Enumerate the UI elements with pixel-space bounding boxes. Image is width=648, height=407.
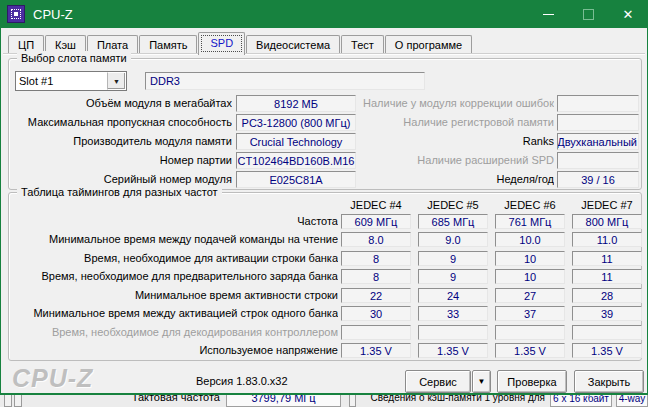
tab-bench[interactable]: Тест	[341, 35, 384, 55]
titlebar: CPU-Z ✕	[0, 0, 648, 28]
tras-cell: 27	[495, 288, 565, 303]
tras-cell: 28	[572, 288, 642, 303]
tras-row-label: Минимальное время активности строки	[9, 288, 338, 303]
background-window-edge	[349, 395, 356, 407]
version-text: Версия 1.83.0.x32	[196, 375, 288, 387]
ecc-label: Наличие у модуля коррекции ошибок	[304, 95, 554, 112]
service-button[interactable]: Сервис	[405, 370, 471, 393]
l1-cache-label: Сведения о кэш-памяти 1 уровня для данны…	[360, 395, 545, 407]
trc-row-label: Минимальное время между активацией строк…	[9, 306, 338, 321]
ras-precharge-cell: 11	[572, 269, 642, 284]
background-window-strip: Тактовая частота 3799,79 МГц Сведения о …	[0, 395, 648, 407]
cas-latency-row-label: Минимальное время между подачей команды …	[9, 232, 338, 247]
command-rate-cell	[495, 325, 565, 340]
frequency-cell: 761 МГц	[495, 214, 565, 229]
column-header-jedec7: JEDEC #7	[572, 199, 642, 211]
service-dropdown-button[interactable]: ▼	[472, 370, 491, 393]
ras-to-cas-cell: 8	[341, 251, 411, 266]
ecc-field	[557, 95, 639, 112]
column-header-jedec5: JEDEC #5	[418, 199, 488, 211]
tab-spd[interactable]: SPD	[198, 32, 245, 55]
ras-precharge-cell: 9	[418, 269, 488, 284]
cas-latency-cell: 10.0	[495, 232, 565, 247]
background-window-edge	[14, 395, 22, 407]
slot-select[interactable]: Slot #1 ▼	[15, 71, 127, 91]
chevron-down-icon: ▼	[478, 377, 486, 386]
tras-cell: 24	[418, 288, 488, 303]
cas-latency-cell: 9.0	[418, 232, 488, 247]
ranks-label: Ranks	[304, 133, 554, 150]
trc-cell: 37	[495, 306, 565, 321]
command-rate-cell	[341, 325, 411, 340]
column-header-jedec4: JEDEC #4	[341, 199, 411, 211]
l1-cache-size-field: 6 x 16 кбайт	[550, 395, 612, 407]
ras-to-cas-cell: 9	[418, 251, 488, 266]
cas-latency-cell: 8.0	[341, 232, 411, 247]
voltage-cell: 1.35 V	[418, 343, 488, 358]
voltage-cell: 1.35 V	[495, 343, 565, 358]
max-bandwidth-label: Максимальная пропускная способность	[9, 114, 232, 131]
cpuz-window: CPU-Z ✕ ЦП Кэш Плата Память SPD Видеосис…	[0, 0, 648, 395]
close-window-button[interactable]: ✕	[608, 0, 648, 28]
trc-cell: 39	[572, 306, 642, 321]
frequency-row-label: Частота	[9, 214, 338, 229]
frequency-cell: 800 МГц	[572, 214, 642, 229]
ras-precharge-cell: 8	[341, 269, 411, 284]
tab-graphics[interactable]: Видеосистема	[246, 35, 340, 55]
manufacturer-label: Производитель модуля памяти	[9, 133, 232, 150]
ranks-field: Двухканальный	[557, 133, 639, 150]
part-number-label: Номер партии	[9, 152, 232, 169]
maximize-icon	[583, 9, 594, 20]
ras-to-cas-cell: 11	[572, 251, 642, 266]
frequency-cell: 685 МГц	[418, 214, 488, 229]
tras-cell: 22	[341, 288, 411, 303]
voltage-cell: 1.35 V	[341, 343, 411, 358]
spd-extension-label: Наличие расширений SPD	[304, 152, 554, 169]
ras-precharge-row-label: Время, необходимое для предварительного …	[9, 269, 338, 284]
clock-frequency-label: Тактовая частота	[95, 395, 220, 407]
memory-slot-group: Выбор слота памяти Slot #1 ▼ DDR3 Объём …	[8, 58, 642, 190]
ras-precharge-cell: 10	[495, 269, 565, 284]
registered-field	[557, 114, 639, 131]
voltage-row-label: Используемое напряжение	[9, 343, 338, 358]
command-rate-row-label: Время, необходимое для декодирования кон…	[9, 325, 338, 340]
clock-frequency-field: 3799,79 МГц	[226, 395, 341, 407]
ras-to-cas-row-label: Время, необходимое для активации строки …	[9, 251, 338, 266]
tab-about[interactable]: О программе	[385, 35, 472, 55]
registered-label: Наличие регистровой памяти	[304, 114, 554, 131]
l1-cache-assoc-field: 4-way	[616, 395, 648, 407]
minimize-button[interactable]	[528, 0, 568, 28]
slot-select-value: Slot #1	[16, 72, 107, 90]
module-size-label: Объём модуля в мегабайтах	[9, 95, 232, 112]
voltage-cell: 1.35 V	[572, 343, 642, 358]
chevron-down-icon[interactable]: ▼	[107, 72, 126, 90]
close-button[interactable]: Закрыть	[574, 370, 644, 393]
memory-slot-group-title: Выбор слота памяти	[17, 51, 131, 65]
background-window-edge	[4, 395, 12, 407]
minimize-icon	[543, 14, 554, 15]
frequency-cell: 609 МГц	[341, 214, 411, 229]
validate-button[interactable]: Проверка	[497, 370, 567, 393]
ras-to-cas-cell: 10	[495, 251, 565, 266]
trc-cell: 30	[341, 306, 411, 321]
maximize-button[interactable]	[568, 0, 608, 28]
memory-type-field: DDR3	[145, 72, 425, 90]
timings-group-title: Таблица таймингов для разных частот	[17, 185, 222, 199]
command-rate-cell	[418, 325, 488, 340]
close-icon: ✕	[623, 8, 634, 21]
app-icon[interactable]	[7, 5, 25, 23]
command-rate-cell	[572, 325, 642, 340]
window-title: CPU-Z	[33, 7, 528, 22]
trc-cell: 33	[418, 306, 488, 321]
column-header-jedec6: JEDEC #6	[495, 199, 565, 211]
week-year-label: Неделя/год	[304, 171, 554, 188]
spd-extension-field	[557, 152, 639, 169]
cas-latency-cell: 11.0	[572, 232, 642, 247]
timings-table-group: Таблица таймингов для разных частот JEDE…	[8, 192, 642, 361]
cpuz-logo: CPU-Z	[12, 364, 93, 393]
tab-memory[interactable]: Память	[139, 35, 197, 55]
week-year-field: 39 / 16	[557, 171, 639, 188]
